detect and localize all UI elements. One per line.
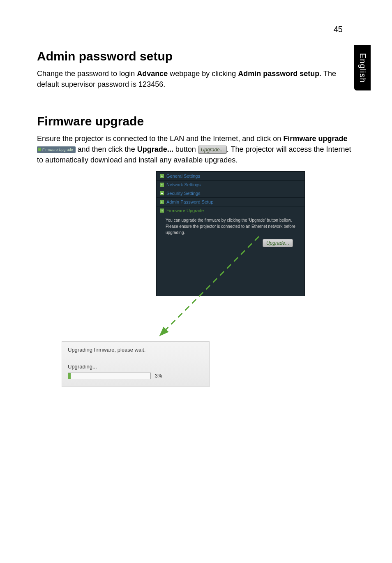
plus-icon: + — [160, 174, 164, 178]
accordion-item-network[interactable]: + Network Settings — [157, 180, 304, 189]
firmware-upgrade-heading: Firmware upgrade — [37, 114, 355, 128]
text: webpage by clicking — [168, 70, 238, 78]
chip-label: Firmware Upgrade — [42, 148, 73, 152]
settings-panel: + General Settings + Network Settings + … — [156, 171, 305, 296]
bold-text: Upgrade... — [137, 145, 173, 153]
upgrade-progress-panel: Upgrading firmware, please wait. Upgradi… — [62, 341, 210, 387]
firmware-upgrade-paragraph: Ensure the projector is connected to the… — [37, 133, 355, 165]
plus-icon: + — [160, 191, 164, 195]
bold-text: Advance — [137, 70, 168, 78]
upgrade-status-text: Upgrading firmware, please wait. — [68, 347, 203, 353]
progress-bar — [68, 373, 151, 379]
accordion-item-firmware-upgrade[interactable]: → Firmware Upgrade — [157, 206, 304, 215]
body-text-line2: Please ensure the projector is connected… — [166, 223, 298, 236]
upgrade-button[interactable]: Upgrade... — [263, 239, 293, 247]
accordion-label: Admin Password Setup — [166, 199, 213, 204]
accordion-item-admin-password[interactable]: + Admin Password Setup — [157, 197, 304, 206]
body-text-line1: You can upgrade the firmware by clicking… — [166, 217, 298, 223]
bold-text: Admin password setup — [238, 70, 319, 78]
plus-icon: + — [160, 200, 164, 204]
bold-text: Firmware upgrade — [283, 134, 347, 143]
accordion-label: Firmware Upgrade — [166, 208, 204, 213]
language-tab: English — [354, 45, 371, 90]
accordion-body-firmware-upgrade: You can upgrade the firmware by clicking… — [157, 215, 304, 287]
arrow-icon: → — [38, 148, 41, 151]
page-number: 45 — [334, 25, 343, 34]
admin-password-heading: Admin password setup — [37, 49, 355, 63]
progress-percent: 3% — [155, 373, 162, 379]
admin-password-paragraph: Change the password to login Advance web… — [37, 68, 355, 90]
text: and then click the — [78, 145, 137, 153]
accordion-item-security[interactable]: + Security Settings — [157, 189, 304, 197]
plus-icon: + — [160, 183, 164, 187]
upgrade-phase-text: Upgrading... — [68, 364, 97, 370]
text: Ensure the projector is connected to the… — [37, 134, 283, 143]
text: Change the password to login — [37, 70, 137, 78]
accordion-label: Network Settings — [166, 182, 201, 187]
accordion-label: General Settings — [166, 174, 200, 178]
progress-fill — [68, 373, 71, 379]
accordion-label: Security Settings — [166, 191, 201, 196]
firmware-upgrade-chip: →Firmware Upgrade — [37, 146, 76, 153]
accordion-item-general[interactable]: + General Settings — [157, 171, 304, 180]
text: button — [173, 145, 198, 153]
arrow-icon: → — [160, 209, 164, 213]
upgrade-inline-button: Upgrade... — [198, 146, 227, 154]
